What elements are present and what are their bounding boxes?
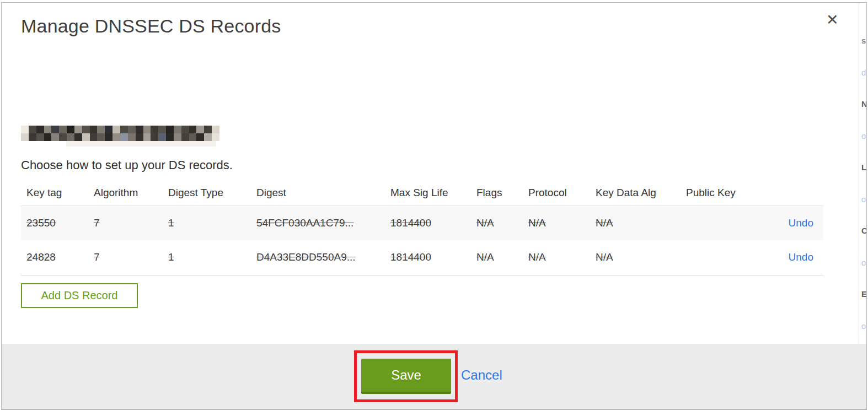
cell-key-tag: 23550 — [21, 206, 88, 240]
redacted-domain-shadow — [66, 141, 216, 147]
table-row: 24828 7 1 D4A33E8DD550A9... 1814400 N/A … — [21, 240, 823, 275]
cell-digest: 54FCF030AA1C79... — [251, 206, 385, 240]
header-algorithm: Algorithm — [88, 182, 163, 206]
header-public-key: Public Key — [681, 182, 758, 206]
screenshot-viewport: Manage DNSSEC DS Records ✕ Choose how to… — [0, 0, 868, 411]
cell-digest: D4A33E8DD550A9... — [251, 240, 385, 275]
cell-key-data-alg: N/A — [590, 206, 681, 240]
background-page-fragments: sdNoLoCoEo — [861, 0, 867, 344]
header-digest: Digest — [251, 182, 385, 206]
header-max-sig-life: Max Sig Life — [385, 182, 471, 206]
cell-max-sig-life: 1814400 — [385, 240, 471, 275]
cell-flags: N/A — [471, 206, 523, 240]
close-icon[interactable]: ✕ — [826, 11, 839, 29]
add-ds-record-button[interactable]: Add DS Record — [21, 283, 138, 308]
cell-protocol: N/A — [523, 240, 590, 275]
cell-key-data-alg: N/A — [590, 240, 681, 275]
cell-algorithm: 7 — [88, 240, 163, 275]
cell-digest-type: 1 — [163, 206, 251, 240]
ds-records-table: Key tag Algorithm Digest Type Digest Max… — [21, 182, 823, 275]
save-button[interactable]: Save — [361, 359, 451, 394]
undo-link[interactable]: Undo — [789, 217, 813, 229]
cell-key-tag: 24828 — [21, 240, 88, 275]
table-header-row: Key tag Algorithm Digest Type Digest Max… — [21, 182, 823, 206]
header-key-tag: Key tag — [21, 182, 88, 206]
table-row: 23550 7 1 54FCF030AA1C79... 1814400 N/A … — [21, 206, 823, 240]
cell-algorithm: 7 — [88, 206, 163, 240]
header-key-data-alg: Key Data Alg — [590, 182, 681, 206]
header-actions — [758, 182, 823, 206]
header-digest-type: Digest Type — [163, 182, 251, 206]
header-flags: Flags — [471, 182, 523, 206]
modal-edge-divider — [859, 3, 859, 344]
modal-title: Manage DNSSEC DS Records — [21, 15, 281, 37]
cell-public-key — [681, 240, 758, 275]
cell-protocol: N/A — [523, 206, 590, 240]
undo-link[interactable]: Undo — [789, 251, 813, 263]
cell-max-sig-life: 1814400 — [385, 206, 471, 240]
header-protocol: Protocol — [523, 182, 590, 206]
cell-digest-type: 1 — [163, 240, 251, 275]
redacted-domain — [21, 126, 219, 141]
cancel-link[interactable]: Cancel — [461, 367, 502, 383]
cell-public-key — [681, 206, 758, 240]
cell-flags: N/A — [471, 240, 523, 275]
instruction-text: Choose how to set up your DS records. — [21, 158, 233, 172]
